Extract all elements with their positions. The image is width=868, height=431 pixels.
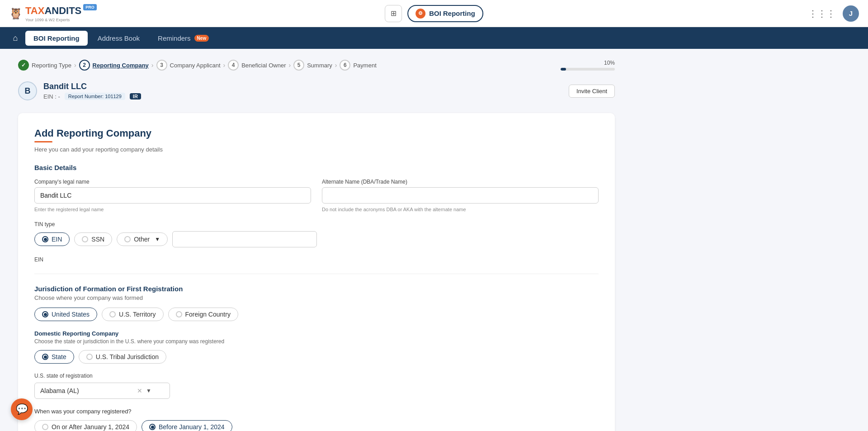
- alt-name-group: Alternate Name (DBA/Trade Name) Do not i…: [322, 179, 599, 212]
- tin-ssn-label: SSN: [91, 236, 104, 243]
- step-circle-1: ✓: [18, 60, 29, 71]
- jurisdiction-foreign[interactable]: Foreign Country: [168, 308, 238, 321]
- registration-date-label: When was your company registered?: [34, 408, 599, 415]
- boi-icon: ⚙: [415, 9, 425, 19]
- company-meta: EIN : - Report Number: 101129 IR: [43, 93, 141, 100]
- logo-brand: TAXANDITSPRO: [25, 5, 97, 17]
- tin-ein-label: EIN: [52, 236, 62, 243]
- jurisdiction-section: Jurisdiction of Formation or First Regis…: [34, 285, 599, 321]
- nav-address-label: Address Book: [98, 34, 140, 42]
- nav-home-button[interactable]: ⌂: [7, 30, 24, 46]
- state-registration-select[interactable]: Alabama (AL) ✕ ▼: [34, 383, 170, 399]
- jurisdiction-foreign-dot: [176, 311, 182, 317]
- state-registration-section: U.S. state of registration Alabama (AL) …: [34, 373, 599, 399]
- tin-type-label: TIN type: [34, 221, 597, 227]
- avatar[interactable]: J: [843, 5, 859, 22]
- domestic-state[interactable]: State: [34, 350, 74, 364]
- registration-date-section: When was your company registered? On or …: [34, 408, 599, 431]
- progress-bar-fill: [561, 68, 566, 71]
- company-report-number: Report Number: 101129: [65, 93, 125, 100]
- jurisdiction-us[interactable]: United States: [34, 308, 97, 321]
- step-label-2[interactable]: Reporting Company: [93, 62, 149, 69]
- domestic-subtitle: Choose the state or jurisdiction in the …: [34, 338, 599, 345]
- date-before-label: Before January 1, 2024: [159, 423, 225, 431]
- jurisdiction-us-label: United States: [52, 311, 90, 318]
- date-before[interactable]: Before January 1, 2024: [142, 420, 232, 431]
- tin-option-ssn[interactable]: SSN: [74, 232, 112, 246]
- new-badge: New: [194, 35, 209, 42]
- domestic-state-label: State: [52, 353, 66, 360]
- nav-item-reminders[interactable]: Reminders New: [150, 31, 217, 46]
- alt-name-hint: Do not include the acronyms DBA or AKA w…: [322, 207, 599, 212]
- chat-button[interactable]: 💬: [11, 398, 33, 420]
- nav-boi-label: BOI Reporting: [33, 34, 80, 42]
- step-label-4[interactable]: Beneficial Owner: [241, 62, 286, 69]
- company-card: B Bandit LLC EIN : - Report Number: 1011…: [18, 81, 615, 100]
- grid-icon: ⊞: [391, 9, 396, 18]
- ein-value-input[interactable]: [172, 231, 317, 247]
- tin-ein-radio-dot: [42, 236, 48, 242]
- step-arrow-5: ›: [335, 62, 337, 69]
- chat-icon: 💬: [16, 403, 28, 415]
- step-arrow-4: ›: [288, 62, 291, 69]
- jurisdiction-subtitle: Choose where your company was formed: [34, 294, 599, 301]
- owl-icon: 🦉: [9, 7, 23, 20]
- state-selected-value: Alabama (AL): [40, 387, 79, 394]
- tin-option-other[interactable]: Other ▼: [117, 232, 168, 246]
- section-subtitle: Here you can add your reporting company …: [34, 146, 599, 153]
- jurisdiction-title: Jurisdiction of Formation or First Regis…: [34, 285, 599, 293]
- step-label-1[interactable]: Reporting Type: [32, 62, 71, 69]
- grid-icon-button[interactable]: ⊞: [385, 5, 402, 22]
- step-label-5[interactable]: Summary: [307, 62, 332, 69]
- step-item-6: 6 Payment: [340, 60, 376, 71]
- progress-area: 10%: [561, 60, 615, 71]
- step-arrow-2: ›: [151, 62, 154, 69]
- date-on-or-after[interactable]: On or After January 1, 2024: [34, 420, 137, 431]
- tin-other-label: Other: [134, 236, 150, 243]
- basic-details-title: Basic Details: [34, 164, 599, 171]
- date-before-dot: [149, 424, 156, 430]
- step-label-6[interactable]: Payment: [353, 62, 376, 69]
- nav-reminders-label: Reminders: [158, 34, 191, 42]
- domestic-tribal-dot: [86, 354, 93, 360]
- domestic-options: State U.S. Tribal Jurisdiction: [34, 350, 599, 364]
- section-title-underline: [34, 141, 52, 142]
- invite-client-button[interactable]: Invite Client: [569, 85, 615, 98]
- tin-option-ein[interactable]: EIN: [34, 232, 70, 246]
- ein-input-label: EIN: [34, 256, 43, 263]
- nav-item-boi-reporting[interactable]: BOI Reporting: [25, 31, 88, 46]
- dots-menu-icon[interactable]: ⋮⋮⋮: [808, 8, 835, 19]
- legal-name-input[interactable]: [34, 187, 311, 204]
- jurisdiction-foreign-label: Foreign Country: [185, 311, 231, 318]
- progress-label: 10%: [604, 60, 615, 66]
- legal-name-hint: Enter the registered legal name: [34, 207, 311, 212]
- tin-type-section: TIN type EIN SSN Other ▼ EIN: [34, 221, 599, 263]
- logo-tax: TAX: [25, 5, 44, 16]
- company-info: B Bandit LLC EIN : - Report Number: 1011…: [18, 81, 141, 100]
- step-arrow-3: ›: [223, 62, 226, 69]
- company-name: Bandit LLC: [43, 82, 141, 91]
- top-header: 🦉 TAXANDITSPRO Your 1099 & W2 Experts ⊞ …: [0, 0, 868, 27]
- jurisdiction-us-dot: [42, 311, 48, 317]
- header-center: ⊞ ⚙ BOI Reporting: [385, 5, 483, 22]
- alt-name-input[interactable]: [322, 187, 599, 204]
- legal-name-label: Company's legal name: [34, 179, 311, 185]
- state-registration-label: U.S. state of registration: [34, 373, 599, 379]
- logo-tagline: Your 1099 & W2 Experts: [25, 18, 97, 22]
- pro-badge: PRO: [83, 4, 97, 10]
- step-circle-2: 2: [79, 60, 90, 71]
- select-clear-icon[interactable]: ✕: [137, 387, 142, 394]
- tin-other-radio-dot: [124, 236, 131, 242]
- jurisdiction-territory[interactable]: U.S. Territory: [102, 308, 163, 321]
- step-label-3[interactable]: Company Applicant: [170, 62, 221, 69]
- step-circle-6: 6: [340, 60, 350, 71]
- domestic-tribal[interactable]: U.S. Tribal Jurisdiction: [79, 350, 166, 364]
- boi-reporting-button[interactable]: ⚙ BOI Reporting: [407, 5, 483, 22]
- progress-bar-track: [561, 68, 615, 71]
- tin-input-row: EIN: [34, 256, 599, 263]
- nav-item-address-book[interactable]: Address Book: [90, 31, 148, 46]
- nav-bar: ⌂ BOI Reporting Address Book Reminders N…: [0, 27, 868, 49]
- alt-name-label: Alternate Name (DBA/Trade Name): [322, 179, 599, 185]
- company-ein: EIN : -: [43, 93, 60, 100]
- state-select-display[interactable]: Alabama (AL) ✕ ▼: [34, 383, 170, 399]
